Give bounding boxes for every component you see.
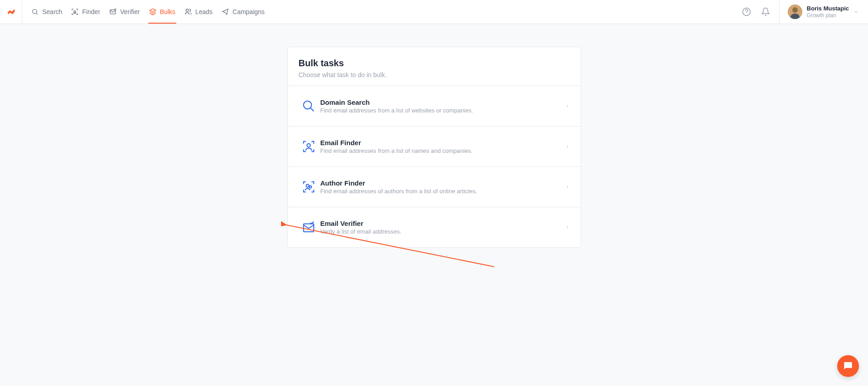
- svg-rect-15: [303, 224, 314, 232]
- svg-point-8: [792, 7, 798, 13]
- help-button[interactable]: [741, 6, 752, 17]
- finder-icon: [71, 8, 78, 15]
- user-menu[interactable]: Boris Mustapic Growth plan: [779, 0, 859, 24]
- nav-label: Search: [42, 8, 62, 15]
- notifications-button[interactable]: [760, 6, 771, 17]
- help-icon: [742, 7, 751, 16]
- avatar: [788, 5, 802, 19]
- task-title: Author Finder: [320, 179, 565, 187]
- svg-point-14: [309, 186, 311, 188]
- chat-fab[interactable]: [837, 355, 859, 377]
- magnify-icon: [299, 96, 319, 116]
- bell-icon: [761, 7, 770, 16]
- task-author-finder[interactable]: Author Finder Find email addresses of au…: [288, 166, 581, 207]
- svg-point-10: [303, 101, 311, 109]
- task-email-finder[interactable]: Email Finder Find email addresses from a…: [288, 126, 581, 166]
- svg-point-12: [307, 144, 310, 147]
- task-title: Domain Search: [320, 98, 565, 106]
- page-title: Bulk tasks: [299, 58, 570, 68]
- task-text: Email Finder Find email addresses from a…: [319, 139, 565, 154]
- person-scan-icon: [299, 137, 319, 156]
- svg-line-1: [36, 13, 38, 15]
- user-name: Boris Mustapic: [807, 5, 849, 12]
- user-plan: Growth plan: [807, 12, 849, 19]
- nav-verifier[interactable]: Verifier: [105, 0, 145, 24]
- logo-icon: [6, 7, 16, 17]
- nav-label: Leads: [195, 8, 213, 15]
- envelope-check-icon: [299, 217, 319, 237]
- chevron-right-icon: [565, 143, 570, 150]
- nav-label: Bulks: [160, 8, 175, 15]
- avatar-image: [788, 5, 802, 19]
- campaigns-icon: [222, 8, 229, 15]
- user-text: Boris Mustapic Growth plan: [807, 5, 849, 19]
- chat-icon: [842, 360, 854, 372]
- svg-point-13: [306, 184, 309, 187]
- nav-bulks[interactable]: Bulks: [145, 0, 180, 24]
- task-text: Author Finder Find email addresses of au…: [319, 179, 565, 195]
- nav-campaigns[interactable]: Campaigns: [217, 0, 269, 24]
- svg-point-4: [186, 9, 188, 11]
- main-content: Bulk tasks Choose what task to do in bul…: [0, 24, 868, 248]
- verifier-icon: [109, 8, 116, 15]
- task-title: Email Verifier: [320, 220, 565, 227]
- main-nav: Search Finder Verifier Bulks Leads Campa…: [22, 0, 269, 24]
- nav-label: Finder: [82, 8, 100, 15]
- task-desc: Find email addresses of authors from a l…: [320, 188, 565, 195]
- nav-search[interactable]: Search: [27, 0, 67, 24]
- page-subtitle: Choose what task to do in bulk.: [299, 71, 570, 78]
- task-email-verifier[interactable]: Email Verifier Verify a list of email ad…: [288, 207, 581, 247]
- svg-line-11: [310, 108, 314, 112]
- nav-label: Verifier: [120, 8, 140, 15]
- task-text: Email Verifier Verify a list of email ad…: [319, 220, 565, 235]
- logo[interactable]: [0, 0, 22, 24]
- search-icon: [31, 8, 39, 15]
- svg-point-0: [33, 10, 37, 14]
- nav-leads[interactable]: Leads: [180, 0, 217, 24]
- chevron-right-icon: [565, 224, 570, 231]
- task-text: Domain Search Find email addresses from …: [319, 98, 565, 114]
- task-desc: Verify a list of email addresses.: [320, 228, 565, 235]
- nav-label: Campaigns: [233, 8, 265, 15]
- task-desc: Find email addresses from a list of webs…: [320, 107, 565, 114]
- leads-icon: [184, 8, 192, 15]
- people-scan-icon: [299, 177, 319, 197]
- card-header: Bulk tasks Choose what task to do in bul…: [288, 47, 581, 86]
- header-right: Boris Mustapic Growth plan: [741, 0, 868, 24]
- header: Search Finder Verifier Bulks Leads Campa…: [0, 0, 868, 24]
- task-desc: Find email addresses from a list of name…: [320, 147, 565, 154]
- chevron-right-icon: [565, 183, 570, 191]
- chevron-right-icon: [565, 103, 570, 110]
- bulks-icon: [149, 8, 156, 15]
- nav-finder[interactable]: Finder: [67, 0, 105, 24]
- task-title: Email Finder: [320, 139, 565, 147]
- bulk-tasks-card: Bulk tasks Choose what task to do in bul…: [287, 47, 581, 248]
- chevron-down-icon: [853, 9, 859, 15]
- task-domain-search[interactable]: Domain Search Find email addresses from …: [288, 86, 581, 126]
